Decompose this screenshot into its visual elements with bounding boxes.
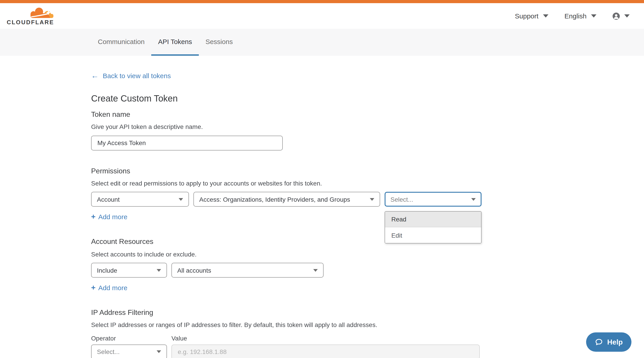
arrow-left-icon: ← bbox=[91, 72, 99, 80]
chevron-down-icon bbox=[543, 14, 548, 18]
account-resources-add-more-link[interactable]: + Add more bbox=[91, 284, 128, 291]
chevron-down-icon bbox=[313, 269, 318, 271]
token-name-section: Token name Give your API token a descrip… bbox=[91, 110, 644, 150]
resource-mode-dropdown[interactable]: Include bbox=[91, 263, 167, 278]
permissions-description: Select edit or read permissions to apply… bbox=[91, 180, 644, 188]
add-more-label: Add more bbox=[98, 213, 128, 221]
ip-filtering-row: Select... bbox=[91, 344, 644, 358]
permissions-section: Permissions Select edit or read permissi… bbox=[91, 166, 644, 221]
back-to-tokens-link[interactable]: ← Back to view all tokens bbox=[91, 72, 171, 80]
permission-level-menu: Read Edit bbox=[384, 211, 482, 244]
resource-selection-value: All accounts bbox=[177, 267, 211, 274]
ip-filtering-heading: IP Address Filtering bbox=[91, 308, 644, 317]
permission-scope-value: Account bbox=[97, 196, 120, 203]
permission-level-dropdown[interactable]: Select... bbox=[384, 192, 482, 207]
chevron-down-icon bbox=[178, 198, 183, 201]
chevron-down-icon bbox=[156, 350, 161, 353]
chat-bubble-icon bbox=[595, 338, 603, 346]
ip-filtering-section: IP Address Filtering Select IP addresses… bbox=[91, 308, 644, 358]
permission-level-placeholder: Select... bbox=[390, 196, 413, 203]
plus-icon: + bbox=[91, 213, 96, 221]
language-menu[interactable]: English bbox=[564, 12, 596, 20]
permissions-add-more-link[interactable]: + Add more bbox=[91, 213, 128, 221]
avatar-icon bbox=[612, 12, 620, 20]
permission-level-select-wrap: Select... Read Edit bbox=[384, 192, 482, 207]
ip-filtering-labels: Operator Value bbox=[91, 335, 644, 342]
permission-resource-dropdown[interactable]: Access: Organizations, Identity Provider… bbox=[194, 192, 380, 207]
chevron-down-icon bbox=[471, 198, 476, 201]
resource-selection-dropdown[interactable]: All accounts bbox=[172, 263, 324, 278]
menu-option-edit[interactable]: Edit bbox=[385, 227, 481, 243]
cloudflare-logo[interactable]: CLOUDFLARE bbox=[7, 6, 52, 26]
main-content: ← Back to view all tokens Create Custom … bbox=[0, 56, 644, 358]
help-button[interactable]: Help bbox=[586, 332, 631, 352]
language-label: English bbox=[564, 12, 586, 20]
account-menu[interactable] bbox=[612, 12, 630, 20]
permission-resource-value: Access: Organizations, Identity Provider… bbox=[199, 196, 350, 203]
operator-label: Operator bbox=[91, 335, 172, 342]
ip-filtering-description: Select IP addresses or ranges of IP addr… bbox=[91, 321, 644, 329]
header: CLOUDFLARE Support English bbox=[0, 3, 644, 29]
account-resources-description: Select accounts to include or exclude. bbox=[91, 250, 644, 258]
chevron-down-icon bbox=[624, 14, 630, 18]
token-name-description: Give your API token a descriptive name. bbox=[91, 123, 644, 131]
back-link-label: Back to view all tokens bbox=[103, 72, 171, 80]
permissions-heading: Permissions bbox=[91, 166, 644, 175]
token-name-heading: Token name bbox=[91, 110, 644, 119]
cloudflare-cloud-icon bbox=[29, 7, 54, 19]
chevron-down-icon bbox=[591, 14, 596, 18]
menu-option-read[interactable]: Read bbox=[385, 212, 481, 227]
tab-api-tokens[interactable]: API Tokens bbox=[151, 29, 198, 56]
help-button-label: Help bbox=[607, 338, 623, 346]
resource-mode-value: Include bbox=[97, 267, 117, 274]
account-resources-section: Account Resources Select accounts to inc… bbox=[91, 237, 644, 292]
page-title: Create Custom Token bbox=[91, 93, 644, 104]
header-right: Support English bbox=[515, 12, 630, 20]
support-menu[interactable]: Support bbox=[515, 12, 548, 20]
ip-value-input[interactable] bbox=[172, 344, 480, 358]
ip-operator-dropdown[interactable]: Select... bbox=[91, 344, 167, 358]
tab-sessions[interactable]: Sessions bbox=[199, 29, 240, 56]
account-resources-heading: Account Resources bbox=[91, 237, 644, 246]
ip-operator-placeholder: Select... bbox=[97, 348, 120, 355]
plus-icon: + bbox=[91, 284, 96, 291]
tab-bar: Communication API Tokens Sessions bbox=[0, 29, 644, 56]
add-more-label: Add more bbox=[98, 284, 128, 291]
chevron-down-icon bbox=[156, 269, 161, 271]
chevron-down-icon bbox=[370, 198, 374, 201]
account-resources-row: Include All accounts bbox=[91, 263, 644, 278]
brand-accent-bar bbox=[0, 0, 644, 3]
value-label: Value bbox=[172, 335, 187, 342]
cloudflare-wordmark: CLOUDFLARE bbox=[7, 19, 54, 25]
support-label: Support bbox=[515, 12, 538, 20]
token-name-input[interactable] bbox=[91, 135, 283, 150]
permissions-row: Account Access: Organizations, Identity … bbox=[91, 192, 644, 207]
permission-scope-dropdown[interactable]: Account bbox=[91, 192, 189, 207]
tab-communication[interactable]: Communication bbox=[91, 29, 151, 56]
